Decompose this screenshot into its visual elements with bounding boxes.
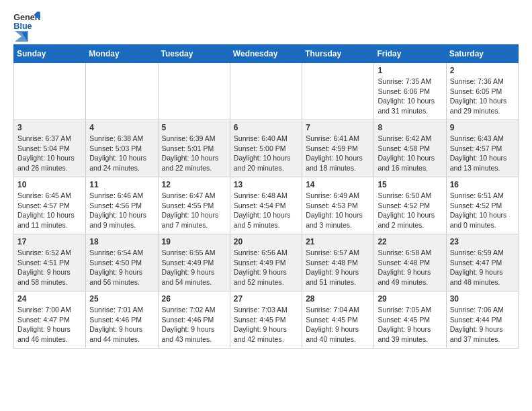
day-info: Sunrise: 6:58 AM Sunset: 4:48 PM Dayligh… <box>378 248 442 287</box>
calendar-cell: 15Sunrise: 6:50 AM Sunset: 4:52 PM Dayli… <box>374 177 446 234</box>
day-info: Sunrise: 7:04 AM Sunset: 4:45 PM Dayligh… <box>306 305 370 345</box>
calendar-cell: 22Sunrise: 6:58 AM Sunset: 4:48 PM Dayli… <box>374 234 446 291</box>
calendar-cell: 7Sunrise: 6:41 AM Sunset: 4:59 PM Daylig… <box>302 120 374 177</box>
day-number: 18 <box>89 237 154 246</box>
day-info: Sunrise: 7:05 AM Sunset: 4:45 PM Dayligh… <box>378 305 442 345</box>
calendar-cell: 20Sunrise: 6:56 AM Sunset: 4:49 PM Dayli… <box>230 234 302 291</box>
calendar-cell <box>302 63 374 120</box>
day-header-monday: Monday <box>86 45 158 63</box>
calendar-cell: 25Sunrise: 7:01 AM Sunset: 4:46 PM Dayli… <box>86 291 158 349</box>
calendar-cell: 27Sunrise: 7:03 AM Sunset: 4:45 PM Dayli… <box>230 291 302 349</box>
day-info: Sunrise: 6:52 AM Sunset: 4:51 PM Dayligh… <box>17 248 82 287</box>
calendar-cell: 8Sunrise: 6:42 AM Sunset: 4:58 PM Daylig… <box>374 120 446 177</box>
calendar-cell: 19Sunrise: 6:55 AM Sunset: 4:49 PM Dayli… <box>158 234 230 291</box>
day-info: Sunrise: 6:51 AM Sunset: 4:52 PM Dayligh… <box>450 191 515 230</box>
day-header-tuesday: Tuesday <box>158 45 230 63</box>
day-number: 14 <box>306 180 370 189</box>
day-number: 1 <box>378 66 442 75</box>
day-number: 4 <box>89 123 154 132</box>
calendar-cell: 6Sunrise: 6:40 AM Sunset: 5:00 PM Daylig… <box>230 120 302 177</box>
day-info: Sunrise: 7:00 AM Sunset: 4:47 PM Dayligh… <box>17 305 82 345</box>
day-number: 2 <box>450 66 515 75</box>
day-info: Sunrise: 6:47 AM Sunset: 4:55 PM Dayligh… <box>162 191 226 230</box>
day-number: 21 <box>306 237 370 246</box>
day-info: Sunrise: 7:06 AM Sunset: 4:44 PM Dayligh… <box>450 305 515 345</box>
calendar-cell <box>86 63 158 120</box>
day-info: Sunrise: 6:40 AM Sunset: 5:00 PM Dayligh… <box>234 134 298 173</box>
day-number: 19 <box>162 237 226 246</box>
day-number: 27 <box>234 294 298 304</box>
day-number: 10 <box>17 180 82 189</box>
day-number: 22 <box>378 237 442 246</box>
day-number: 23 <box>450 237 515 246</box>
calendar-cell: 26Sunrise: 7:02 AM Sunset: 4:46 PM Dayli… <box>158 291 230 349</box>
calendar-cell: 21Sunrise: 6:57 AM Sunset: 4:48 PM Dayli… <box>302 234 374 291</box>
day-number: 26 <box>162 294 226 304</box>
day-number: 12 <box>162 180 226 189</box>
day-info: Sunrise: 7:02 AM Sunset: 4:46 PM Dayligh… <box>162 305 226 345</box>
calendar-cell: 17Sunrise: 6:52 AM Sunset: 4:51 PM Dayli… <box>14 234 86 291</box>
calendar-cell: 18Sunrise: 6:54 AM Sunset: 4:50 PM Dayli… <box>86 234 158 291</box>
day-info: Sunrise: 6:39 AM Sunset: 5:01 PM Dayligh… <box>162 134 226 173</box>
logo-icon: General Blue <box>13 11 40 31</box>
day-number: 6 <box>234 123 298 132</box>
calendar-cell: 11Sunrise: 6:46 AM Sunset: 4:56 PM Dayli… <box>86 177 158 234</box>
calendar-cell: 13Sunrise: 6:48 AM Sunset: 4:54 PM Dayli… <box>230 177 302 234</box>
calendar-cell: 29Sunrise: 7:05 AM Sunset: 4:45 PM Dayli… <box>374 291 446 349</box>
day-info: Sunrise: 7:35 AM Sunset: 6:06 PM Dayligh… <box>378 77 442 116</box>
day-number: 11 <box>89 180 154 189</box>
day-number: 29 <box>378 294 442 304</box>
calendar-cell: 4Sunrise: 6:38 AM Sunset: 5:03 PM Daylig… <box>86 120 158 177</box>
calendar-cell: 3Sunrise: 6:37 AM Sunset: 5:04 PM Daylig… <box>14 120 86 177</box>
logo-triangle-icon <box>15 31 28 42</box>
calendar-cell <box>230 63 302 120</box>
day-info: Sunrise: 6:37 AM Sunset: 5:04 PM Dayligh… <box>17 134 82 173</box>
day-header-friday: Friday <box>374 45 446 63</box>
day-number: 25 <box>89 294 154 304</box>
day-info: Sunrise: 6:54 AM Sunset: 4:50 PM Dayligh… <box>89 248 154 287</box>
calendar-cell: 1Sunrise: 7:35 AM Sunset: 6:06 PM Daylig… <box>374 63 446 120</box>
day-number: 8 <box>378 123 442 132</box>
day-number: 9 <box>450 123 515 132</box>
day-number: 30 <box>450 294 515 304</box>
day-info: Sunrise: 6:50 AM Sunset: 4:52 PM Dayligh… <box>378 191 442 230</box>
day-info: Sunrise: 7:36 AM Sunset: 6:05 PM Dayligh… <box>450 77 515 116</box>
day-info: Sunrise: 6:59 AM Sunset: 4:47 PM Dayligh… <box>450 248 515 287</box>
calendar-cell: 12Sunrise: 6:47 AM Sunset: 4:55 PM Dayli… <box>158 177 230 234</box>
day-number: 20 <box>234 237 298 246</box>
day-info: Sunrise: 6:49 AM Sunset: 4:53 PM Dayligh… <box>306 191 370 230</box>
day-info: Sunrise: 6:42 AM Sunset: 4:58 PM Dayligh… <box>378 134 442 173</box>
calendar-cell: 23Sunrise: 6:59 AM Sunset: 4:47 PM Dayli… <box>446 234 518 291</box>
day-number: 15 <box>378 180 442 189</box>
day-number: 16 <box>450 180 515 189</box>
logo: General Blue <box>13 11 40 39</box>
day-header-wednesday: Wednesday <box>230 45 302 63</box>
day-number: 7 <box>306 123 370 132</box>
day-info: Sunrise: 6:38 AM Sunset: 5:03 PM Dayligh… <box>89 134 154 173</box>
calendar-cell: 14Sunrise: 6:49 AM Sunset: 4:53 PM Dayli… <box>302 177 374 234</box>
day-number: 28 <box>306 294 370 304</box>
day-number: 13 <box>234 180 298 189</box>
calendar-cell <box>158 63 230 120</box>
calendar-table: SundayMondayTuesdayWednesdayThursdayFrid… <box>13 44 519 349</box>
calendar-cell: 24Sunrise: 7:00 AM Sunset: 4:47 PM Dayli… <box>14 291 86 349</box>
day-info: Sunrise: 7:03 AM Sunset: 4:45 PM Dayligh… <box>234 305 298 345</box>
day-header-thursday: Thursday <box>302 45 374 63</box>
calendar-cell: 28Sunrise: 7:04 AM Sunset: 4:45 PM Dayli… <box>302 291 374 349</box>
day-info: Sunrise: 6:48 AM Sunset: 4:54 PM Dayligh… <box>234 191 298 230</box>
day-info: Sunrise: 6:46 AM Sunset: 4:56 PM Dayligh… <box>89 191 154 230</box>
calendar-cell: 16Sunrise: 6:51 AM Sunset: 4:52 PM Dayli… <box>446 177 518 234</box>
day-number: 17 <box>17 237 82 246</box>
calendar-cell: 2Sunrise: 7:36 AM Sunset: 6:05 PM Daylig… <box>446 63 518 120</box>
day-info: Sunrise: 6:57 AM Sunset: 4:48 PM Dayligh… <box>306 248 370 287</box>
day-header-saturday: Saturday <box>446 45 518 63</box>
day-header-sunday: Sunday <box>14 45 86 63</box>
day-info: Sunrise: 6:55 AM Sunset: 4:49 PM Dayligh… <box>162 248 226 287</box>
day-number: 24 <box>17 294 82 304</box>
calendar-cell: 9Sunrise: 6:43 AM Sunset: 4:57 PM Daylig… <box>446 120 518 177</box>
day-info: Sunrise: 7:01 AM Sunset: 4:46 PM Dayligh… <box>89 305 154 345</box>
calendar-cell <box>14 63 86 120</box>
day-number: 3 <box>17 123 82 132</box>
day-info: Sunrise: 6:45 AM Sunset: 4:57 PM Dayligh… <box>17 191 82 230</box>
calendar-cell: 30Sunrise: 7:06 AM Sunset: 4:44 PM Dayli… <box>446 291 518 349</box>
